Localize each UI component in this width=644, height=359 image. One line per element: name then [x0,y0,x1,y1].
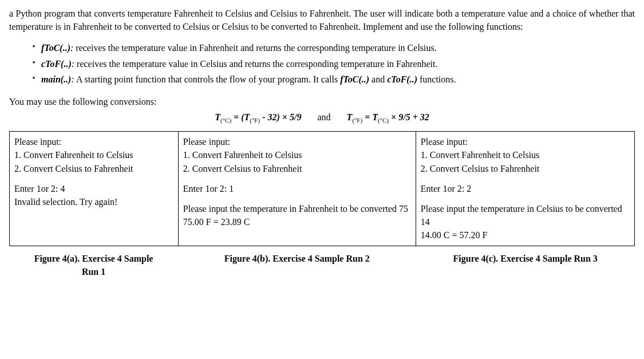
formula-sub: (°F) [352,117,362,124]
bullet-dot-icon: • [26,73,41,84]
menu-block: Please input: 1. Convert Fahrenheit to C… [14,135,173,175]
result-line: 14.00 C = 57.20 F [421,228,630,242]
mid-text: and [369,74,387,84]
bullet-text: cToF(..): receives the temperature value… [41,57,635,70]
sample-cell-a: Please input: 1. Convert Fahrenheit to C… [10,132,179,246]
function-name: cToF(..) [41,59,72,69]
caption-b: Figure 4(b). Exercise 4 Sample Run 2 [178,252,416,278]
bullet-item: • fToC(..): receives the temperature val… [26,41,635,54]
formula-var: T [346,112,352,122]
menu-block: Please input: 1. Convert Fahrenheit to C… [421,135,630,175]
captions-row: Figure 4(a). Exercise 4 Sample Run 1 Fig… [9,252,635,278]
menu-option: 1. Convert Fahrenheit to Celsius [14,148,173,161]
menu-option: 1. Convert Fahrenheit to Celsius [421,148,630,161]
ask-line: Please input the temperature in Celsius … [421,202,630,228]
function-call: cToF(..) [387,74,417,84]
formula-text: = (T [231,112,250,122]
formula-text: - 32) × 5/9 [260,112,301,122]
bullet-text: main(..): A starting point function that… [41,73,635,86]
bullet-text: fToC(..): receives the temperature value… [41,41,635,54]
result-block: Please input the temperature in Celsius … [421,202,630,242]
bullet-dot-icon: • [26,41,41,53]
menu-header: Please input: [421,135,630,148]
caption-line: Figure 4(a). Exercise 4 Sample [9,252,178,265]
menu-option: 2. Convert Celsius to Fahrenheit [183,162,411,175]
function-desc-prefix: A starting point function that controls … [74,74,340,84]
bullet-list: • fToC(..): receives the temperature val… [26,41,635,86]
result-line: 75.00 F = 23.89 C [183,215,411,228]
function-name: fToC(..) [41,43,70,53]
prompt-line: Enter 1or 2: 4 [14,182,173,195]
invalid-line: Invalid selection. Try again! [14,195,173,208]
function-name: main(..) [41,74,71,84]
formula-var: T [215,112,220,122]
caption-c: Figure 4(c). Exercise 4 Sample Run 3 [416,252,635,278]
formula-sub: (°C) [220,117,231,124]
formula-line: T(°C) = (T(°F) - 32) × 5/9 and T(°F) = T… [9,111,635,125]
conversions-intro: You may use the following conversions: [9,95,635,108]
formula-sub: (°C) [378,117,389,124]
result-block: Please input the temperature in Fahrenhe… [183,202,411,228]
ask-line: Please input the temperature in Fahrenhe… [183,202,411,215]
bullet-item: • cToF(..): receives the temperature val… [26,57,635,70]
sample-runs-table: Please input: 1. Convert Fahrenheit to C… [9,131,635,246]
run-block: Enter 1or 2: 1 [183,182,411,195]
menu-header: Please input: [183,135,411,148]
formula-sub: (°F) [250,117,260,124]
intro-paragraph: a Python program that converts temperatu… [9,7,635,33]
menu-block: Please input: 1. Convert Fahrenheit to C… [183,135,411,175]
formula-text: = T [362,112,378,122]
menu-header: Please input: [14,135,173,148]
menu-option: 2. Convert Celsius to Fahrenheit [421,162,630,175]
function-desc: receives the temperature value in Fahren… [73,43,436,53]
formula-and: and [317,112,330,122]
sample-cell-c: Please input: 1. Convert Fahrenheit to C… [416,132,634,246]
run-block: Enter 1or 2: 2 [421,182,630,195]
menu-option: 2. Convert Celsius to Fahrenheit [14,162,173,175]
menu-option: 1. Convert Fahrenheit to Celsius [183,148,411,161]
sample-cell-b: Please input: 1. Convert Fahrenheit to C… [178,132,416,246]
function-desc-suffix: functions. [417,74,456,84]
function-call: fToC(..) [340,74,369,84]
caption-line: Run 1 [9,265,178,278]
caption-a: Figure 4(a). Exercise 4 Sample Run 1 [9,252,178,278]
function-desc: receives the temperature value in Celsiu… [74,59,437,69]
run-block: Enter 1or 2: 4 Invalid selection. Try ag… [14,182,173,208]
formula-text: × 9/5 + 32 [389,112,429,122]
prompt-line: Enter 1or 2: 1 [183,182,411,195]
bullet-item: • main(..): A starting point function th… [26,73,635,86]
bullet-dot-icon: • [26,57,41,69]
prompt-line: Enter 1or 2: 2 [421,182,630,195]
